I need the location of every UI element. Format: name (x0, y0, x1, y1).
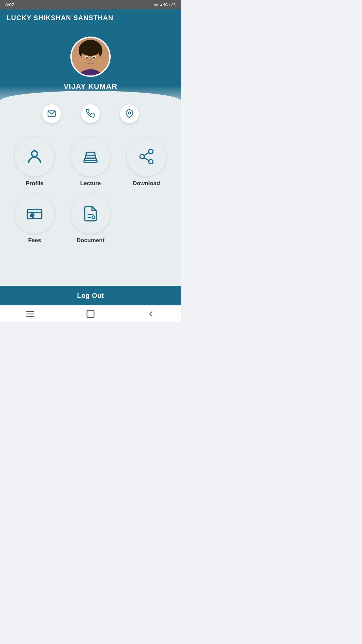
svg-point-14 (99, 60, 101, 62)
svg-point-16 (128, 112, 131, 114)
svg-line-25 (144, 158, 149, 161)
menu-item-profile[interactable]: Profile (10, 137, 59, 187)
battery-icon: □23 (169, 3, 176, 7)
signal-icon: ▲4G (160, 3, 168, 7)
svg-point-13 (80, 60, 82, 62)
volte-icon: Vo (154, 3, 158, 7)
svg-point-9 (89, 59, 92, 61)
svg-rect-38 (87, 310, 94, 317)
action-icons-row (0, 104, 181, 123)
nav-home-button[interactable] (86, 309, 95, 319)
location-button[interactable] (120, 104, 139, 123)
svg-rect-21 (84, 160, 97, 163)
email-button[interactable] (42, 104, 61, 123)
hamburger-icon (25, 309, 35, 319)
svg-point-7 (86, 57, 88, 59)
phone-icon (86, 109, 95, 118)
menu-circle-download (126, 137, 167, 177)
bottom-nav (0, 305, 181, 322)
svg-point-8 (93, 57, 95, 59)
square-icon (86, 309, 95, 319)
menu-label-document: Document (76, 237, 104, 244)
menu-item-lecture[interactable]: Lecture (66, 137, 115, 187)
menu-item-download[interactable]: Download (122, 137, 171, 187)
svg-point-24 (148, 160, 153, 164)
phone-button[interactable] (81, 104, 100, 123)
profile-icon (26, 148, 43, 165)
nav-back-button[interactable] (146, 309, 156, 319)
menu-circle-fees: ₹ (14, 194, 55, 234)
menu-grid-row1: Profile Lecture (0, 126, 181, 190)
svg-point-34 (92, 216, 95, 219)
fees-icon: ₹ (26, 205, 43, 222)
location-icon (125, 109, 134, 118)
svg-line-26 (144, 153, 149, 156)
status-icons: Vo ▲4G □23 (154, 3, 176, 7)
svg-rect-27 (27, 209, 42, 219)
svg-point-4 (80, 42, 101, 56)
menu-circle-document (70, 194, 111, 234)
menu-label-fees: Fees (28, 237, 41, 244)
menu-grid-row2: ₹ Fees Document (0, 190, 181, 247)
user-name: VIJAY KUMAR (64, 82, 117, 91)
menu-item-fees[interactable]: ₹ Fees (10, 194, 59, 244)
menu-item-document[interactable]: Document (66, 194, 115, 244)
svg-point-22 (148, 149, 153, 154)
back-arrow-icon (146, 309, 156, 319)
svg-point-17 (32, 151, 38, 157)
download-icon (138, 148, 155, 165)
svg-point-23 (140, 155, 144, 159)
menu-circle-profile (14, 137, 55, 177)
profile-section: VIJAY KUMAR (0, 26, 181, 111)
svg-text:₹: ₹ (31, 213, 34, 218)
app-header: LUCKY SHIKSHAN SANSTHAN (0, 9, 181, 26)
app-title: LUCKY SHIKSHAN SANSTHAN (7, 14, 113, 21)
menu-label-lecture: Lecture (80, 180, 101, 187)
menu-circle-lecture (70, 137, 111, 177)
lecture-icon (82, 148, 99, 165)
status-bar: 8:07 Vo ▲4G □23 (0, 0, 181, 9)
empty-cell (122, 194, 171, 244)
status-time: 8:07 (5, 2, 14, 7)
menu-label-download: Download (133, 180, 160, 187)
avatar (70, 37, 111, 77)
nav-menu-button[interactable] (25, 309, 35, 319)
svg-rect-20 (86, 152, 95, 155)
main-content: LUCKY SHIKSHAN SANSTHAN (0, 9, 181, 304)
logout-button[interactable]: Log Out (0, 286, 181, 305)
menu-label-profile: Profile (26, 180, 44, 187)
email-icon (47, 109, 56, 118)
document-icon (82, 205, 99, 222)
